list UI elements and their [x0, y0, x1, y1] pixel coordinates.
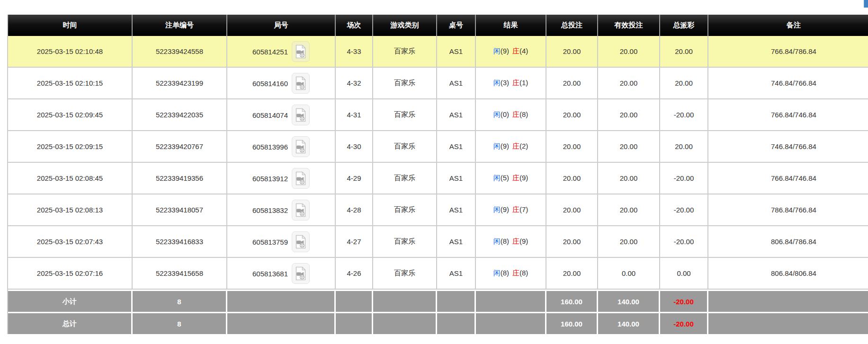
cell-game-type: 百家乐: [373, 194, 437, 226]
round-id-text: 605813996: [252, 142, 288, 150]
summary-total-bet: 160.00: [546, 312, 598, 334]
video-replay-button[interactable]: [292, 200, 310, 221]
result-player-label: 闲: [493, 205, 501, 213]
result-banker-points: (1): [519, 79, 528, 87]
result-player-label: 闲: [493, 174, 501, 182]
round-id-text: 605813912: [252, 174, 288, 182]
result-player-points: (8): [501, 269, 509, 277]
cell-remark: 746.84/766.84: [708, 68, 868, 99]
summary-label: 小计: [8, 290, 133, 312]
cell-total-payout: 0.00: [660, 258, 708, 290]
cell-bet-id: 522339418057: [133, 194, 227, 226]
cell-round-id: 605814160: [227, 68, 336, 99]
cell-remark: 786.84/766.84: [708, 194, 868, 226]
result-player-label: 闲: [493, 269, 501, 277]
video-replay-button[interactable]: [292, 136, 310, 157]
cell-total-payout: -20.00: [660, 163, 708, 194]
video-replay-icon: [295, 44, 307, 59]
video-replay-icon: [295, 235, 307, 249]
cell-total-bet: 20.00: [546, 68, 598, 99]
summary-label: 总计: [8, 312, 133, 334]
cell-total-payout: 20.00: [660, 131, 708, 163]
summary-total-bet: 160.00: [546, 290, 598, 312]
column-header-session: 场次: [336, 15, 373, 36]
table-header-row: 时间注单编号局号场次游戏类别桌号结果总投注有效投注总派彩备注: [8, 15, 868, 36]
summary-empty-table-no: [437, 290, 476, 312]
result-banker-points: (9): [519, 174, 528, 182]
cell-round-id: 605813912: [227, 163, 336, 194]
cell-table-no: AS1: [437, 226, 476, 258]
cell-result: 闲(9)庄(7): [476, 194, 546, 226]
cell-time: 2025-03-15 02:09:45: [8, 99, 133, 131]
video-replay-button[interactable]: [292, 263, 310, 284]
grandtotal-row: 总计8160.00140.00-20.00: [8, 312, 868, 334]
column-header-result: 结果: [476, 15, 546, 36]
video-replay-button[interactable]: [292, 105, 310, 125]
cell-valid-bet: 20.00: [598, 36, 660, 68]
column-header-total_payout: 总派彩: [660, 15, 708, 36]
bet-row: 2025-03-15 02:09:45522339422035605814074…: [8, 99, 868, 131]
cell-round-id: 605814074: [227, 99, 336, 131]
result-banker-points: (8): [519, 110, 528, 118]
video-replay-icon: [295, 140, 307, 154]
cell-valid-bet: 0.00: [598, 258, 660, 290]
cell-table-no: AS1: [437, 68, 476, 99]
summary-empty-session: [336, 290, 373, 312]
cell-remark: 746.84/766.84: [708, 131, 868, 163]
bet-row: 2025-03-15 02:08:45522339419356605813912…: [8, 163, 868, 194]
cell-round-id: 605813832: [227, 194, 336, 226]
summary-count: 8: [133, 312, 227, 334]
cell-session: 4-33: [336, 36, 373, 68]
cell-result: 闲(3)庄(1): [476, 68, 546, 99]
bet-history-table-wrap: 时间注单编号局号场次游戏类别桌号结果总投注有效投注总派彩备注 2025-03-1…: [7, 15, 868, 334]
cell-valid-bet: 20.00: [598, 194, 660, 226]
cell-total-payout: -20.00: [660, 194, 708, 226]
summary-total-payout: -20.00: [660, 290, 708, 312]
cell-result: 闲(5)庄(9): [476, 163, 546, 194]
video-replay-button[interactable]: [292, 231, 310, 252]
cell-valid-bet: 20.00: [598, 163, 660, 194]
cell-session: 4-30: [336, 131, 373, 163]
cell-remark: 766.84/786.84: [708, 36, 868, 68]
round-id-text: 605814074: [252, 111, 288, 119]
summary-valid-bet: 140.00: [598, 312, 660, 334]
summary-count: 8: [133, 290, 227, 312]
cell-game-type: 百家乐: [373, 226, 437, 258]
cell-bet-id: 522339422035: [133, 99, 227, 131]
summary-valid-bet: 140.00: [598, 290, 660, 312]
result-banker-points: (2): [519, 142, 528, 150]
result-banker-label: 庄: [512, 174, 519, 182]
result-player-points: (8): [501, 237, 509, 245]
cell-table-no: AS1: [437, 194, 476, 226]
cell-time: 2025-03-15 02:07:43: [8, 226, 133, 258]
video-replay-icon: [295, 171, 307, 185]
summary-empty-result: [476, 312, 546, 334]
video-replay-button[interactable]: [292, 168, 310, 189]
video-replay-button[interactable]: [292, 73, 310, 94]
cell-game-type: 百家乐: [373, 36, 437, 68]
cell-result: 闲(9)庄(4): [476, 36, 546, 68]
cell-remark: 806.84/786.84: [708, 226, 868, 258]
scrollbar-thumb[interactable]: [864, 0, 868, 8]
cell-result: 闲(8)庄(8): [476, 258, 546, 290]
round-id-text: 605814160: [252, 79, 288, 87]
cell-total-bet: 20.00: [546, 226, 598, 258]
bet-row: 2025-03-15 02:08:13522339418057605813832…: [8, 194, 868, 226]
column-header-valid_bet: 有效投注: [598, 15, 660, 36]
summary-empty-round: [227, 290, 336, 312]
video-replay-button[interactable]: [292, 41, 310, 62]
cell-game-type: 百家乐: [373, 131, 437, 163]
round-id-text: 605814251: [252, 47, 288, 55]
cell-table-no: AS1: [437, 36, 476, 68]
cell-table-no: AS1: [437, 258, 476, 290]
cell-game-type: 百家乐: [373, 258, 437, 290]
cell-valid-bet: 20.00: [598, 226, 660, 258]
column-header-remark: 备注: [708, 15, 868, 36]
column-header-total_bet: 总投注: [546, 15, 598, 36]
cell-total-payout: 20.00: [660, 68, 708, 99]
round-id-text: 605813759: [252, 238, 288, 246]
cell-total-bet: 20.00: [546, 163, 598, 194]
result-player-label: 闲: [493, 142, 501, 150]
result-banker-label: 庄: [512, 269, 519, 277]
cell-session: 4-26: [336, 258, 373, 290]
